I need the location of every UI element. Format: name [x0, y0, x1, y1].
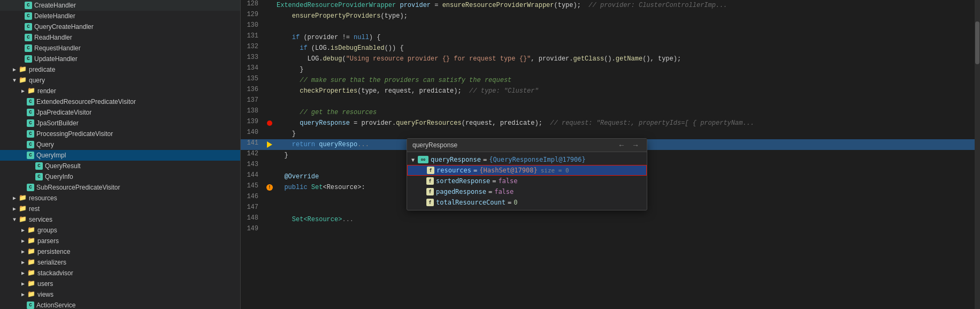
- class-icon: C: [25, 34, 32, 41]
- tree-item-query[interactable]: CQuery: [0, 139, 240, 150]
- popup-row-2[interactable]: fsortedResponse = false: [407, 176, 647, 186]
- tree-item-label: serializers: [37, 259, 66, 266]
- popup-forward-button[interactable]: →: [630, 141, 641, 149]
- tree-item-jpapredicatevisitor[interactable]: CJpaPredicateVisitor: [0, 107, 240, 118]
- gutter-142: [265, 150, 274, 161]
- tree-item-actionservice[interactable]: CActionService: [0, 300, 240, 309]
- tree-item-queryinfo[interactable]: CQueryInfo: [0, 171, 240, 182]
- scrollbar-thumb[interactable]: [975, 21, 979, 64]
- token: ExtendedResourceProviderWrapper: [277, 2, 400, 9]
- tree-item-label: QueryResult: [45, 162, 81, 170]
- code-line-131: 131 if (provider != null) {: [241, 32, 980, 43]
- field-value: 0: [514, 199, 517, 206]
- line-number: 132: [241, 43, 265, 54]
- folder-icon: 📁: [18, 205, 27, 213]
- tree-item-jpasortbuilder[interactable]: CJpaSortBuilder: [0, 118, 240, 129]
- line-number: 147: [241, 204, 265, 214]
- tree-item-subresourcepredicatevisitor[interactable]: CSubResourcePredicateVisitor: [0, 182, 240, 193]
- gutter-147: [265, 204, 274, 214]
- popup-navigation[interactable]: ← →: [616, 141, 641, 149]
- tree-item-query[interactable]: ▼📁query: [0, 75, 240, 86]
- field-icon: f: [427, 167, 434, 174]
- token: (type);: [554, 2, 581, 9]
- popup-row-1[interactable]: fresources = {HashSet@17908} size = 0: [407, 165, 647, 176]
- token: [277, 12, 292, 20]
- tree-item-queryimpl[interactable]: CQueryImpl: [0, 150, 240, 161]
- class-icon: C: [27, 98, 34, 105]
- tree-item-createhandler[interactable]: CCreateHandler: [0, 0, 240, 11]
- tree-item-label: ProcessingPredicateVisitor: [36, 130, 113, 138]
- code-content-129: ensurePropertyProviders(type);: [274, 11, 980, 21]
- tree-item-processingpredicatevisitor[interactable]: CProcessingPredicateVisitor: [0, 129, 240, 139]
- line-number: 138: [241, 107, 265, 118]
- field-icon: oo: [418, 156, 428, 163]
- expand-arrow[interactable]: ▼: [411, 157, 418, 163]
- token: (), type);: [642, 55, 681, 63]
- token: (LOG.: [308, 44, 331, 52]
- tree-item-queryresult[interactable]: CQueryResult: [0, 161, 240, 171]
- tree-item-predicate[interactable]: ▶📁predicate: [0, 64, 240, 75]
- debug-popup[interactable]: queryResponse ← → ▼ooqueryResponse = {Qu…: [407, 138, 647, 210]
- tree-item-parsers[interactable]: ▶📁parsers: [0, 236, 240, 246]
- class-icon: C: [27, 109, 34, 116]
- tree-item-groups[interactable]: ▶📁groups: [0, 225, 240, 236]
- tree-item-views[interactable]: ▶📁views: [0, 289, 240, 300]
- class-icon: C: [27, 141, 34, 148]
- line-number: 133: [241, 54, 265, 64]
- tree-item-render[interactable]: ▶📁render: [0, 86, 240, 96]
- equals-sign: =: [492, 177, 496, 185]
- field-name: pagedResponse: [436, 188, 486, 195]
- token: =: [431, 2, 442, 9]
- tree-item-services[interactable]: ▼📁services: [0, 214, 240, 225]
- tree-item-label: UpdateHandler: [34, 55, 78, 63]
- class-icon: C: [27, 152, 34, 159]
- token: getClass: [573, 55, 604, 63]
- tree-item-deletehandler[interactable]: CDeleteHandler: [0, 11, 240, 21]
- folder-arrow: ▶: [11, 206, 18, 212]
- tree-item-requesthandler[interactable]: CRequestHandler: [0, 43, 240, 54]
- line-number: 137: [241, 96, 265, 107]
- token: (provider !=: [300, 34, 354, 41]
- tree-item-serializers[interactable]: ▶📁serializers: [0, 257, 240, 268]
- line-number: 135: [241, 75, 265, 86]
- token: , provider.: [531, 55, 573, 63]
- tree-item-rest[interactable]: ▶📁rest: [0, 204, 240, 214]
- token: queryForResources: [396, 119, 461, 127]
- tree-item-users[interactable]: ▶📁users: [0, 278, 240, 289]
- gutter-135: [265, 75, 274, 86]
- current-line-arrow: [267, 141, 272, 148]
- line-number: 131: [241, 32, 265, 43]
- token: return: [292, 141, 315, 148]
- line-number: 136: [241, 86, 265, 96]
- tree-item-stackadvisor[interactable]: ▶📁stackadvisor: [0, 268, 240, 278]
- vertical-scrollbar[interactable]: [975, 0, 980, 309]
- token: debug: [323, 55, 342, 63]
- token: isDebugEnabled: [331, 44, 385, 52]
- popup-back-button[interactable]: ←: [616, 141, 627, 149]
- gutter-136: [265, 86, 274, 96]
- tree-item-label: RequestHandler: [34, 44, 81, 52]
- gutter-143: [265, 161, 274, 171]
- tree-item-updatehandler[interactable]: CUpdateHandler: [0, 54, 240, 64]
- folder-icon: 📁: [27, 258, 35, 267]
- tree-item-persistence[interactable]: ▶📁persistence: [0, 246, 240, 257]
- token: ().: [604, 55, 616, 63]
- tree-item-extendedresourcepredicatevisitor[interactable]: CExtendedResourcePredicateVisitor: [0, 96, 240, 107]
- tree-item-label: SubResourcePredicateVisitor: [36, 184, 120, 191]
- folder-icon: 📁: [27, 280, 35, 288]
- tree-item-resources[interactable]: ▶📁resources: [0, 193, 240, 204]
- token: provider: [400, 2, 431, 9]
- code-line-132: 132 if (LOG.isDebugEnabled()) {: [241, 43, 980, 54]
- field-name: resources: [437, 167, 471, 174]
- gutter-132: [265, 43, 274, 54]
- tree-item-querycreatehandler[interactable]: CQueryCreateHandler: [0, 21, 240, 32]
- popup-row-3[interactable]: fpagedResponse = false: [407, 186, 647, 197]
- token: }: [277, 130, 296, 138]
- popup-row-4[interactable]: ftotalResourceCount = 0: [407, 197, 647, 208]
- popup-row-0[interactable]: ▼ooqueryResponse = {QueryResponseImpl@17…: [407, 154, 647, 165]
- token: [277, 109, 300, 116]
- breakpoint-dot[interactable]: [267, 120, 272, 126]
- folder-arrow: ▶: [19, 291, 27, 298]
- token: @Override: [284, 173, 319, 180]
- tree-item-readhandler[interactable]: CReadHandler: [0, 32, 240, 43]
